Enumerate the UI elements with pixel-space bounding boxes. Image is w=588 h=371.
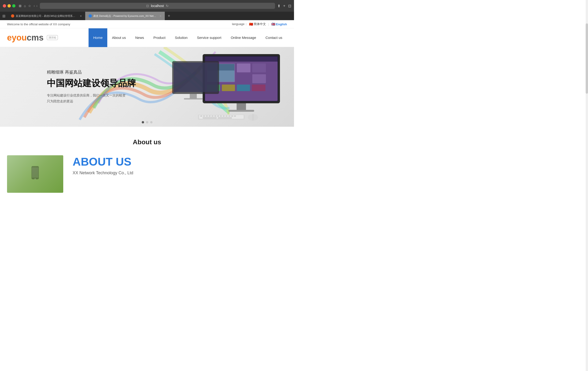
- about-image: [7, 155, 63, 193]
- nav-contact[interactable]: Contact us: [261, 28, 287, 47]
- share-icon[interactable]: ⬆: [277, 4, 280, 8]
- nav-news-label: News: [135, 36, 144, 40]
- hero-section: 精雕细琢 再鉴真品 中国网站建设领导品牌 专注网站建设行业优质供应商，我们一次又…: [0, 47, 294, 127]
- new-tab-icon[interactable]: +: [283, 4, 285, 8]
- nav-contact-label: Contact us: [265, 36, 282, 40]
- nav-service[interactable]: Service support: [192, 28, 226, 47]
- demo-badge: 演示站: [47, 35, 58, 40]
- logo-area: eyoucms 演示站: [7, 33, 58, 43]
- apps-grid-icon[interactable]: ⊞: [0, 12, 8, 20]
- svg-rect-39: [184, 98, 203, 100]
- logo[interactable]: eyoucms: [7, 33, 43, 43]
- nav-product-label: Product: [153, 36, 166, 40]
- about-section-title: About us: [7, 138, 287, 146]
- site-wrapper: Welcome to the official website of XX co…: [0, 20, 294, 200]
- forward-icon[interactable]: ›: [36, 4, 37, 8]
- reload-icon[interactable]: ↻: [166, 4, 169, 8]
- welcome-text: Welcome to the official website of XX co…: [7, 22, 70, 26]
- svg-rect-24: [214, 115, 216, 117]
- svg-rect-19: [200, 115, 202, 117]
- sidebar-toggle-icon[interactable]: ⊞: [19, 4, 21, 8]
- hero-title: 中国网站建设领导品牌: [47, 77, 136, 89]
- svg-rect-31: [234, 115, 236, 117]
- language-label: language：: [232, 22, 248, 26]
- lang-en-button[interactable]: 🇬🇧 English: [271, 22, 287, 26]
- svg-rect-10: [222, 84, 235, 91]
- lang-divider: |: [268, 22, 269, 26]
- tab-2-close-icon[interactable]: ✕: [158, 15, 161, 17]
- address-bar[interactable]: ⊡ localhost ↻: [40, 3, 275, 9]
- browser-chrome: ⊞ ⌂ ☆ ‹ › ⊡ localhost ↻ ⬆ + ⊡: [0, 0, 294, 12]
- lang-zh-button[interactable]: 🇨🇳 简体中文: [249, 22, 266, 26]
- svg-rect-32: [203, 117, 217, 119]
- nav-news[interactable]: News: [130, 28, 149, 47]
- svg-rect-21: [206, 115, 208, 117]
- about-company-name: XX Network Technology Co., Ltd: [73, 171, 287, 175]
- tab-1-label: 某某网络科技有限公司 - 易优CMS企业网站管理系统v1.5.4: [16, 14, 77, 18]
- tab-1[interactable]: 某某网络科技有限公司 - 易优CMS企业网站管理系统v1.5.4 ✕: [8, 12, 85, 20]
- lang-en-label: English: [276, 22, 287, 26]
- svg-rect-12: [252, 84, 265, 91]
- svg-point-42: [34, 178, 36, 179]
- svg-rect-22: [209, 115, 210, 117]
- windows-icon[interactable]: ⊡: [288, 4, 291, 8]
- svg-rect-38: [190, 94, 197, 99]
- about-section: About us ABOUT US XX Network Technology …: [0, 127, 294, 200]
- svg-rect-6: [252, 63, 266, 72]
- slider-dot-1[interactable]: [142, 121, 144, 124]
- nav-home[interactable]: Home: [89, 28, 107, 47]
- hero-desc-line2: 只为陪您走的更远: [47, 99, 136, 104]
- svg-rect-20: [203, 115, 205, 117]
- new-tab-button[interactable]: +: [165, 12, 173, 20]
- nav-message[interactable]: Online Message: [226, 28, 261, 47]
- hero-text: 精雕细琢 再鉴真品 中国网站建设领导品牌 专注网站建设行业优质供应商，我们一次又…: [47, 69, 136, 104]
- svg-rect-25: [217, 115, 219, 117]
- nav-service-label: Service support: [197, 36, 221, 40]
- language-selector: language： 🇨🇳 简体中文 | 🇬🇧 English: [232, 22, 287, 26]
- nav-about-label: About us: [112, 36, 126, 40]
- hero-image: [168, 52, 289, 122]
- about-content: ABOUT US XX Network Technology Co., Ltd: [7, 155, 287, 193]
- tab-2-label: 易优 Demo站点 - Powered by Eyoucms.com_XX Ne…: [93, 14, 156, 18]
- svg-rect-28: [226, 115, 228, 117]
- nav-product[interactable]: Product: [149, 28, 170, 47]
- nav-home-label: Home: [93, 36, 103, 40]
- minimize-button[interactable]: [8, 4, 11, 8]
- tab-bar: ⊞ 某某网络科技有限公司 - 易优CMS企业网站管理系统v1.5.4 ✕ 易优 …: [0, 12, 294, 20]
- about-text-area: ABOUT US XX Network Technology Co., Ltd: [73, 155, 287, 175]
- svg-rect-27: [223, 115, 225, 117]
- slider-dot-3[interactable]: [150, 121, 153, 124]
- slider-dot-2[interactable]: [146, 121, 148, 124]
- nav-about[interactable]: About us: [107, 28, 130, 47]
- slider-dots: [142, 121, 153, 124]
- nav-message-label: Online Message: [231, 36, 256, 40]
- back-icon[interactable]: ‹: [33, 4, 35, 8]
- svg-rect-7: [237, 74, 251, 83]
- svg-rect-15: [237, 103, 246, 110]
- nav-arrows: ‹ ›: [33, 4, 37, 8]
- svg-rect-3: [205, 56, 278, 62]
- svg-rect-29: [228, 115, 230, 117]
- svg-rect-5: [237, 63, 251, 72]
- logo-eyou: eyou: [7, 33, 27, 42]
- hero-desc: 专注网站建设行业优质供应商，我们一次又一次的蜕变 只为陪您走的更远: [47, 93, 136, 104]
- tab-2[interactable]: 易优 Demo站点 - Powered by Eyoucms.com_XX Ne…: [85, 12, 165, 20]
- browser-right-icons: ⬆ + ⊡: [277, 4, 291, 8]
- maximize-button[interactable]: [12, 4, 15, 8]
- tab-1-favicon: [11, 14, 14, 18]
- svg-rect-26: [220, 115, 222, 117]
- site-header: eyoucms 演示站 Home About us News Product S…: [0, 28, 294, 47]
- svg-rect-30: [231, 115, 233, 117]
- close-button[interactable]: [3, 4, 6, 8]
- zh-flag-icon: 🇨🇳: [249, 22, 253, 26]
- url-text: localhost: [151, 4, 164, 8]
- nav-solution-label: Solution: [175, 36, 187, 40]
- svg-rect-37: [174, 62, 218, 92]
- nav-solution[interactable]: Solution: [170, 28, 192, 47]
- tab-1-close-icon[interactable]: ✕: [78, 15, 82, 17]
- svg-rect-23: [211, 115, 213, 117]
- bookmark-icon[interactable]: ☆: [28, 4, 31, 8]
- home-icon[interactable]: ⌂: [24, 4, 26, 8]
- svg-rect-11: [237, 84, 250, 91]
- about-big-title: ABOUT US: [73, 155, 287, 168]
